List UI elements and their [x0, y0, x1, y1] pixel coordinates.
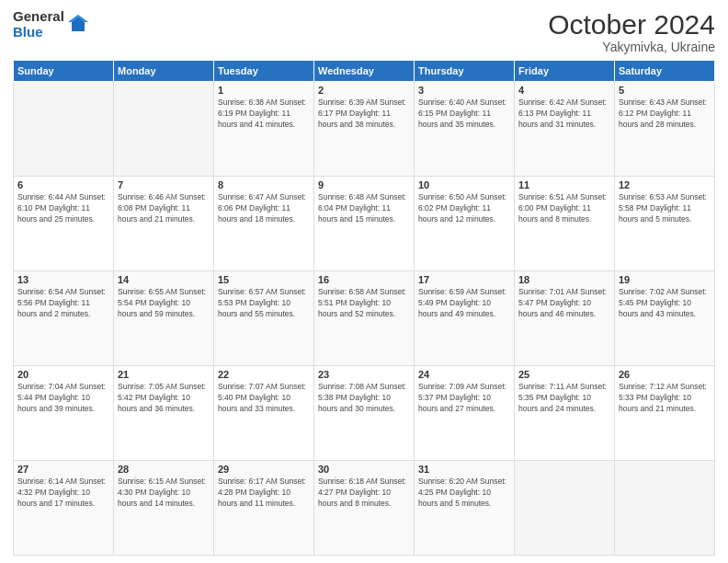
day-number: 10 — [418, 179, 510, 190]
day-detail: Sunrise: 6:40 AM Sunset: 6:15 PM Dayligh… — [418, 98, 510, 131]
day-cell: 27Sunrise: 6:14 AM Sunset: 4:32 PM Dayli… — [14, 461, 114, 556]
day-cell — [114, 82, 214, 177]
day-cell: 6Sunrise: 6:44 AM Sunset: 6:10 PM Daylig… — [14, 177, 114, 271]
day-number: 1 — [218, 85, 310, 96]
day-number: 5 — [619, 85, 711, 96]
title-month: October 2024 — [548, 9, 715, 40]
day-detail: Sunrise: 6:43 AM Sunset: 6:12 PM Dayligh… — [619, 98, 711, 131]
day-number: 20 — [17, 369, 109, 380]
day-cell: 1Sunrise: 6:38 AM Sunset: 6:19 PM Daylig… — [214, 82, 314, 177]
title-block: October 2024 Yakymivka, Ukraine — [548, 9, 715, 54]
day-cell: 17Sunrise: 6:59 AM Sunset: 5:49 PM Dayli… — [415, 271, 515, 366]
day-cell: 8Sunrise: 6:47 AM Sunset: 6:06 PM Daylig… — [214, 177, 314, 271]
day-number: 15 — [218, 274, 310, 285]
day-detail: Sunrise: 6:48 AM Sunset: 6:04 PM Dayligh… — [318, 192, 410, 225]
day-detail: Sunrise: 7:01 AM Sunset: 5:47 PM Dayligh… — [518, 287, 610, 320]
day-cell — [14, 82, 114, 177]
header-cell-wednesday: Wednesday — [314, 61, 415, 82]
logo-general: General — [13, 9, 64, 25]
day-number: 21 — [118, 369, 210, 380]
day-cell: 4Sunrise: 6:42 AM Sunset: 6:13 PM Daylig… — [515, 82, 615, 177]
header-cell-friday: Friday — [515, 61, 615, 82]
day-cell: 29Sunrise: 6:17 AM Sunset: 4:28 PM Dayli… — [214, 461, 314, 556]
day-cell: 18Sunrise: 7:01 AM Sunset: 5:47 PM Dayli… — [515, 271, 615, 366]
day-detail: Sunrise: 7:09 AM Sunset: 5:37 PM Dayligh… — [418, 382, 510, 415]
calendar-header: SundayMondayTuesdayWednesdayThursdayFrid… — [14, 61, 715, 82]
day-detail: Sunrise: 6:17 AM Sunset: 4:28 PM Dayligh… — [218, 477, 310, 510]
day-cell: 25Sunrise: 7:11 AM Sunset: 5:35 PM Dayli… — [515, 366, 615, 461]
day-cell: 7Sunrise: 6:46 AM Sunset: 6:08 PM Daylig… — [114, 177, 214, 271]
day-detail: Sunrise: 6:59 AM Sunset: 5:49 PM Dayligh… — [418, 287, 510, 320]
day-number: 25 — [518, 369, 610, 380]
day-number: 18 — [518, 274, 610, 285]
day-detail: Sunrise: 6:14 AM Sunset: 4:32 PM Dayligh… — [17, 477, 109, 510]
logo-icon — [68, 15, 88, 35]
day-detail: Sunrise: 6:54 AM Sunset: 5:56 PM Dayligh… — [17, 287, 109, 320]
calendar-body: 1Sunrise: 6:38 AM Sunset: 6:19 PM Daylig… — [14, 82, 715, 556]
day-cell: 30Sunrise: 6:18 AM Sunset: 4:27 PM Dayli… — [314, 461, 415, 556]
day-cell: 16Sunrise: 6:58 AM Sunset: 5:51 PM Dayli… — [314, 271, 415, 366]
day-cell: 28Sunrise: 6:15 AM Sunset: 4:30 PM Dayli… — [114, 461, 214, 556]
header-cell-monday: Monday — [114, 61, 214, 82]
day-number: 19 — [619, 274, 711, 285]
day-detail: Sunrise: 7:11 AM Sunset: 5:35 PM Dayligh… — [518, 382, 610, 415]
day-cell — [615, 461, 715, 556]
day-cell: 14Sunrise: 6:55 AM Sunset: 5:54 PM Dayli… — [114, 271, 214, 366]
day-detail: Sunrise: 6:51 AM Sunset: 6:00 PM Dayligh… — [518, 192, 610, 225]
day-number: 17 — [418, 274, 510, 285]
day-detail: Sunrise: 6:46 AM Sunset: 6:08 PM Dayligh… — [118, 192, 210, 225]
day-cell: 15Sunrise: 6:57 AM Sunset: 5:53 PM Dayli… — [214, 271, 314, 366]
day-number: 24 — [418, 369, 510, 380]
week-row-4: 20Sunrise: 7:04 AM Sunset: 5:44 PM Dayli… — [14, 366, 715, 461]
day-number: 29 — [218, 464, 310, 475]
day-cell: 24Sunrise: 7:09 AM Sunset: 5:37 PM Dayli… — [415, 366, 515, 461]
day-detail: Sunrise: 6:50 AM Sunset: 6:02 PM Dayligh… — [418, 192, 510, 225]
day-cell: 9Sunrise: 6:48 AM Sunset: 6:04 PM Daylig… — [314, 177, 415, 271]
week-row-3: 13Sunrise: 6:54 AM Sunset: 5:56 PM Dayli… — [14, 271, 715, 366]
day-detail: Sunrise: 6:53 AM Sunset: 5:58 PM Dayligh… — [619, 192, 711, 225]
title-location: Yakymivka, Ukraine — [548, 40, 715, 54]
day-detail: Sunrise: 7:12 AM Sunset: 5:33 PM Dayligh… — [619, 382, 711, 415]
day-cell: 21Sunrise: 7:05 AM Sunset: 5:42 PM Dayli… — [114, 366, 214, 461]
day-number: 2 — [318, 85, 410, 96]
day-detail: Sunrise: 7:08 AM Sunset: 5:38 PM Dayligh… — [318, 382, 410, 415]
day-cell: 5Sunrise: 6:43 AM Sunset: 6:12 PM Daylig… — [615, 82, 715, 177]
week-row-5: 27Sunrise: 6:14 AM Sunset: 4:32 PM Dayli… — [14, 461, 715, 556]
day-cell — [515, 461, 615, 556]
week-row-2: 6Sunrise: 6:44 AM Sunset: 6:10 PM Daylig… — [14, 177, 715, 271]
logo-blue: Blue — [13, 25, 64, 40]
day-number: 31 — [418, 464, 510, 475]
day-detail: Sunrise: 6:18 AM Sunset: 4:27 PM Dayligh… — [318, 477, 410, 510]
day-number: 28 — [118, 464, 210, 475]
day-number: 9 — [318, 179, 410, 190]
header-cell-saturday: Saturday — [615, 61, 715, 82]
day-detail: Sunrise: 7:02 AM Sunset: 5:45 PM Dayligh… — [619, 287, 711, 320]
day-number: 27 — [17, 464, 109, 475]
day-detail: Sunrise: 7:04 AM Sunset: 5:44 PM Dayligh… — [17, 382, 109, 415]
day-number: 8 — [218, 179, 310, 190]
day-detail: Sunrise: 6:44 AM Sunset: 6:10 PM Dayligh… — [17, 192, 109, 225]
day-number: 22 — [218, 369, 310, 380]
day-number: 16 — [318, 274, 410, 285]
day-detail: Sunrise: 6:39 AM Sunset: 6:17 PM Dayligh… — [318, 98, 410, 131]
day-detail: Sunrise: 7:05 AM Sunset: 5:42 PM Dayligh… — [118, 382, 210, 415]
calendar-table: SundayMondayTuesdayWednesdayThursdayFrid… — [13, 60, 715, 556]
day-detail: Sunrise: 6:42 AM Sunset: 6:13 PM Dayligh… — [518, 98, 610, 131]
day-number: 6 — [17, 179, 109, 190]
day-detail: Sunrise: 6:20 AM Sunset: 4:25 PM Dayligh… — [418, 477, 510, 510]
header-cell-sunday: Sunday — [14, 61, 114, 82]
day-number: 30 — [318, 464, 410, 475]
day-number: 26 — [619, 369, 711, 380]
day-cell: 20Sunrise: 7:04 AM Sunset: 5:44 PM Dayli… — [14, 366, 114, 461]
header-cell-tuesday: Tuesday — [214, 61, 314, 82]
day-cell: 23Sunrise: 7:08 AM Sunset: 5:38 PM Dayli… — [314, 366, 415, 461]
day-cell: 2Sunrise: 6:39 AM Sunset: 6:17 PM Daylig… — [314, 82, 415, 177]
header-row: SundayMondayTuesdayWednesdayThursdayFrid… — [14, 61, 715, 82]
day-number: 12 — [619, 179, 711, 190]
header-cell-thursday: Thursday — [415, 61, 515, 82]
week-row-1: 1Sunrise: 6:38 AM Sunset: 6:19 PM Daylig… — [14, 82, 715, 177]
day-detail: Sunrise: 6:47 AM Sunset: 6:06 PM Dayligh… — [218, 192, 310, 225]
day-number: 14 — [118, 274, 210, 285]
day-cell: 12Sunrise: 6:53 AM Sunset: 5:58 PM Dayli… — [615, 177, 715, 271]
day-cell: 31Sunrise: 6:20 AM Sunset: 4:25 PM Dayli… — [415, 461, 515, 556]
